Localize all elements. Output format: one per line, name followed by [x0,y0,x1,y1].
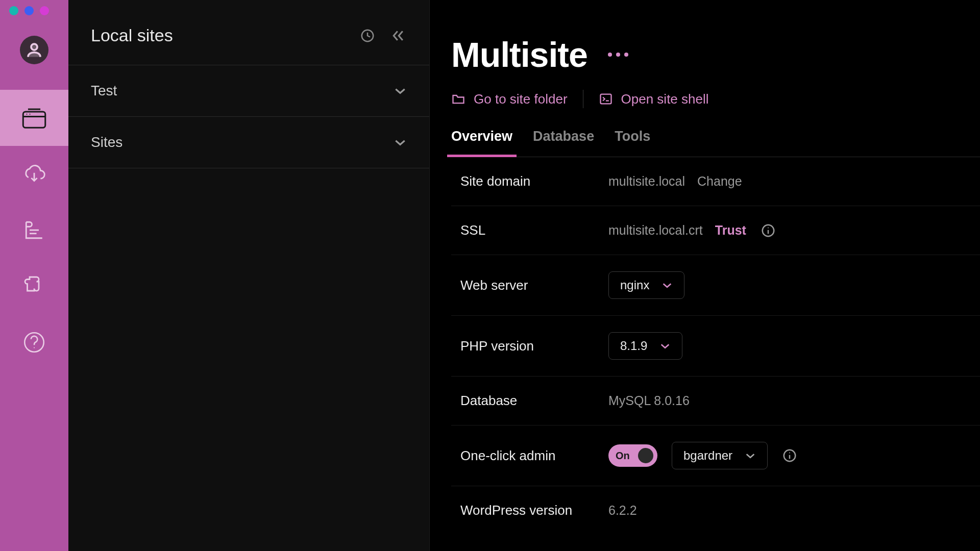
webserver-select[interactable]: nginx [608,271,684,299]
change-domain-button[interactable]: Change [697,174,742,189]
cloud-download-icon [20,160,48,188]
help-icon [21,330,47,355]
tab-overview[interactable]: Overview [451,129,512,157]
browser-icon [19,103,49,133]
info-icon[interactable] [782,448,797,463]
chevron-down-icon [394,138,407,146]
nav-cloud[interactable] [0,146,68,202]
terminal-icon [599,92,613,106]
row-database: Database MySQL 8.0.16 [451,377,980,425]
site-title: Multisite [451,35,587,74]
php-select[interactable]: 8.1.9 [608,332,682,360]
svg-point-16 [768,227,769,228]
row-domain: Site domain multisite.local Change [451,157,980,206]
site-group-sites[interactable]: Sites [68,117,429,168]
oneclick-toggle[interactable]: On [608,444,657,467]
recent-icon[interactable] [360,28,375,43]
tab-database[interactable]: Database [533,129,594,157]
svg-point-5 [30,114,31,115]
divider [583,90,583,108]
row-ssl: SSL multisite.local.crt Trust [451,206,980,255]
svg-rect-12 [600,94,611,104]
window-controls[interactable] [9,6,49,15]
maximize-dot[interactable] [40,6,49,15]
site-group-label: Sites [91,134,122,151]
sites-panel: Local sites Test Sites [68,0,430,551]
trust-ssl-button[interactable]: Trust [715,223,746,238]
tab-tools[interactable]: Tools [615,129,650,157]
row-php: PHP version 8.1.9 [451,316,980,377]
blueprint-icon [20,216,48,244]
chevron-down-icon [659,342,671,349]
svg-point-4 [27,114,28,115]
close-dot[interactable] [9,6,18,15]
nav-addons[interactable] [0,258,68,314]
chevron-down-icon [394,87,407,95]
chevron-down-icon [662,282,673,289]
svg-point-19 [789,452,790,453]
puzzle-icon [20,272,48,300]
nav-sites[interactable] [0,90,68,146]
tabs: Overview Database Tools [451,129,980,157]
nav-blueprints[interactable] [0,202,68,258]
svg-point-10 [34,347,35,348]
row-wp: WordPress version 6.2.2 [451,486,980,535]
avatar[interactable] [20,36,48,64]
sites-header: Local sites [68,0,429,65]
row-webserver: Web server nginx [451,255,980,316]
info-icon[interactable] [761,223,776,238]
admin-user-select[interactable]: bgardner [672,442,768,469]
nav-help[interactable] [0,314,68,370]
user-icon [25,41,43,59]
row-oneclick: One-click admin On bgardner [451,425,980,486]
site-group-label: Test [91,83,117,99]
sites-title: Local sites [91,26,173,45]
site-detail: Multisite Go to site folder Open site sh… [430,0,980,551]
folder-icon [451,92,465,106]
more-menu[interactable] [608,53,628,57]
minimize-dot[interactable] [24,6,34,15]
svg-point-0 [31,44,37,50]
open-shell-button[interactable]: Open site shell [599,91,709,107]
chevron-down-icon [745,452,756,459]
go-to-folder-button[interactable]: Go to site folder [451,91,568,107]
site-group-test[interactable]: Test [68,65,429,117]
iconbar [0,0,68,551]
collapse-icon[interactable] [389,28,407,43]
toggle-knob [638,448,653,463]
